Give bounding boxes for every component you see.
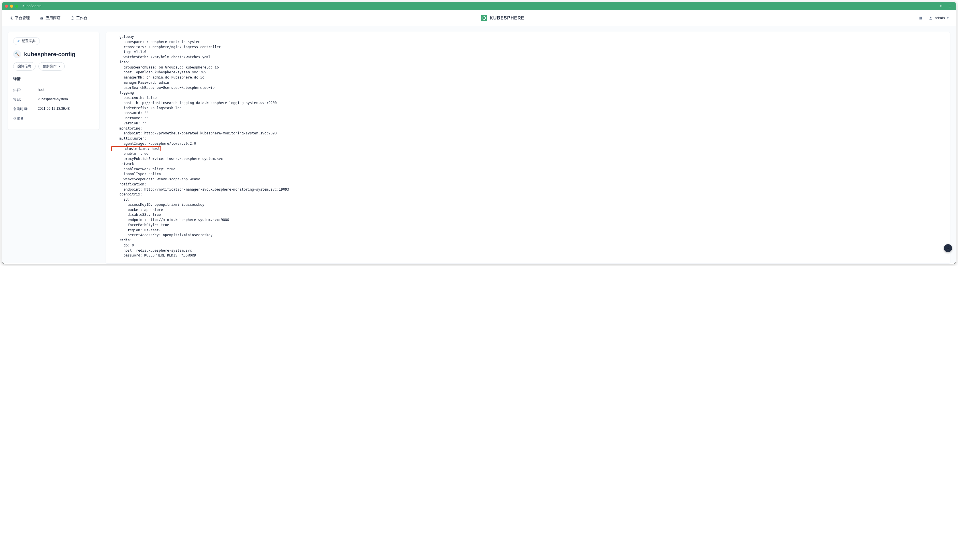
nav-appstore-label: 应用商店 <box>46 16 60 21</box>
menu-icon[interactable] <box>947 3 953 9</box>
brand-logo[interactable]: KUBESPHERE <box>481 15 524 21</box>
back-button[interactable]: < 配置字典 <box>13 37 40 45</box>
detail-section-title: 详情 <box>13 76 94 81</box>
nav-appstore[interactable]: 应用商店 <box>40 16 60 21</box>
brand-text: KUBESPHERE <box>490 16 524 21</box>
info-label: 创建时间: <box>13 106 38 111</box>
nav-platform-label: 平台管理 <box>15 16 30 21</box>
info-row-cluster: 集群: host <box>13 86 94 95</box>
nav-workspace[interactable]: 工作台 <box>70 16 87 21</box>
detail-sidebar: < 配置字典 🔨 kubesphere-config 编辑信息 更多操作 ▼ 详… <box>8 32 99 130</box>
info-row-creator: 创建者: <box>13 114 94 123</box>
edit-button-label: 编辑信息 <box>17 64 31 69</box>
back-label: 配置字典 <box>22 39 35 44</box>
svg-point-0 <box>11 17 12 19</box>
nav-workspace-label: 工作台 <box>76 16 87 21</box>
svg-rect-3 <box>919 17 920 19</box>
more-actions-button[interactable]: 更多操作 ▼ <box>38 62 65 70</box>
user-icon <box>928 16 933 21</box>
hammer-icon: 🔨 <box>13 50 21 58</box>
help-button[interactable]: i <box>944 244 952 252</box>
maximize-window-button[interactable] <box>15 5 18 8</box>
info-label: 创建者: <box>13 116 38 121</box>
edit-button[interactable]: 编辑信息 <box>13 62 35 70</box>
minimize-window-button[interactable] <box>10 5 13 8</box>
dashboard-icon <box>70 16 75 20</box>
info-row-created: 创建时间: 2021-05-12 13:39:48 <box>13 104 94 114</box>
info-value: host <box>38 88 44 92</box>
title-bar: KubeSphere <box>2 2 956 10</box>
info-row-project: 项目: kubesphere-system <box>13 95 94 104</box>
chevron-down-icon: ▼ <box>58 65 60 68</box>
more-actions-label: 更多操作 <box>43 64 56 69</box>
info-icon: i <box>947 246 948 251</box>
top-nav: 平台管理 应用商店 工作台 KUBESPHERE admin ▼ <box>2 10 956 26</box>
user-label: admin <box>935 16 945 20</box>
app-window: KubeSphere 平台管理 应用商店 工作台 <box>2 2 956 264</box>
page-title-text: kubesphere-config <box>24 51 75 58</box>
close-window-button[interactable] <box>5 5 8 8</box>
yaml-highlight-clustername: clusterName: host <box>111 146 161 151</box>
chevron-left-icon: < <box>17 39 19 43</box>
content-area: < 配置字典 🔨 kubesphere-config 编辑信息 更多操作 ▼ 详… <box>2 26 956 264</box>
info-label: 集群: <box>13 88 38 92</box>
window-title: KubeSphere <box>22 4 41 8</box>
chevron-down-icon: ▼ <box>947 17 949 19</box>
theme-icon[interactable] <box>918 16 923 21</box>
window-controls <box>5 5 18 8</box>
info-value: 2021-05-12 13:39:48 <box>38 106 70 111</box>
yaml-content: gateway: namespace: kubesphere-controls-… <box>111 34 945 258</box>
svg-point-4 <box>930 17 931 18</box>
gear-icon <box>9 16 13 20</box>
info-label: 项目: <box>13 97 38 102</box>
yaml-pre1: gateway: namespace: kubesphere-controls-… <box>111 35 277 146</box>
logo-mark-icon <box>481 15 487 21</box>
expand-icon[interactable] <box>938 3 945 9</box>
yaml-pre2: enable: true proxyPublishService: tower.… <box>111 152 289 257</box>
page-title: 🔨 kubesphere-config <box>13 50 94 58</box>
store-icon <box>40 16 44 20</box>
nav-platform[interactable]: 平台管理 <box>9 16 30 21</box>
config-panel[interactable]: gateway: namespace: kubesphere-controls-… <box>106 32 950 264</box>
user-menu[interactable]: admin ▼ <box>928 16 949 21</box>
info-value: kubesphere-system <box>38 97 68 102</box>
